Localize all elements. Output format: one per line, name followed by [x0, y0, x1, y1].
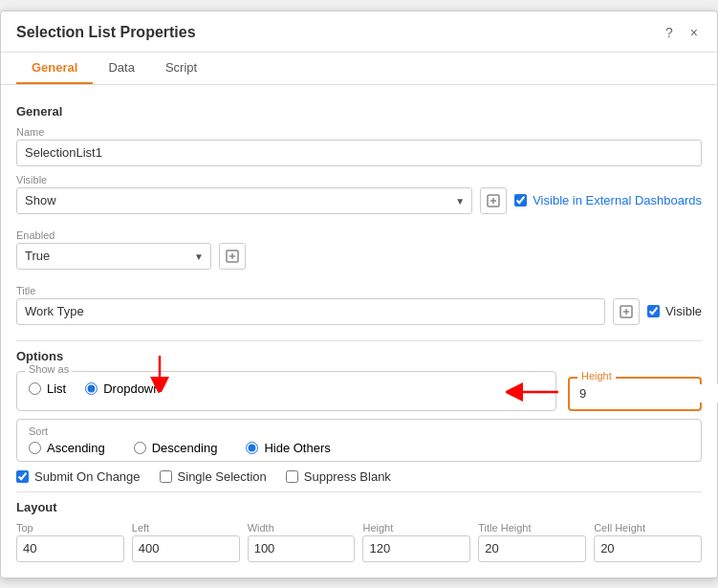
submit-on-change-checkbox-row[interactable]: Submit On Change [16, 469, 141, 484]
general-section-label: General [16, 104, 702, 119]
visible-label: Visible [16, 174, 702, 185]
enabled-field-group: Enabled True False [16, 229, 702, 277]
height-box: Height ▲ ▼ [568, 377, 702, 411]
title-visible-checkbox-row: Visible [647, 304, 702, 318]
layout-cell-height-label: Cell Height [594, 522, 702, 534]
help-button[interactable]: ? [662, 23, 677, 42]
title-visible-label: Visible [665, 304, 702, 318]
dialog: Selection List Properties ? × General Da… [0, 11, 718, 578]
sort-box: Sort Ascending Descending Hide Others [16, 419, 702, 462]
title-edit-icon[interactable] [613, 298, 640, 325]
tab-script[interactable]: Script [150, 53, 212, 84]
submit-on-change-label: Submit On Change [34, 469, 141, 484]
divider-1 [16, 340, 702, 341]
visible-select[interactable]: Show Hide [16, 187, 472, 214]
single-selection-label: Single Selection [178, 469, 267, 484]
sort-hide-others-radio[interactable] [246, 442, 258, 454]
height-box-label: Height [577, 370, 616, 381]
title-visible-checkbox[interactable] [647, 305, 660, 317]
layout-height-input[interactable] [362, 535, 470, 562]
layout-top-input[interactable] [16, 535, 124, 562]
sort-ascending-label: Ascending [47, 441, 105, 455]
layout-title-height-input[interactable] [478, 535, 586, 562]
height-box-wrapper: Height ▲ ▼ [568, 371, 702, 411]
show-as-dropdown-radio[interactable] [85, 382, 98, 395]
layout-title-height-field: Title Height [478, 522, 586, 562]
visible-select-group: Visible Show Hide [16, 174, 702, 214]
suppress-blank-checkbox-row[interactable]: Suppress Blank [286, 469, 391, 484]
single-selection-checkbox[interactable] [160, 470, 172, 483]
sort-radios: Ascending Descending Hide Others [29, 441, 689, 455]
show-as-list-radio[interactable] [29, 382, 41, 395]
name-label: Name [16, 126, 702, 138]
layout-top-label: Top [16, 522, 124, 534]
external-dashboards-checkbox[interactable] [514, 194, 527, 207]
show-as-radio-group: List Dropdown [29, 381, 544, 396]
suppress-blank-checkbox[interactable] [286, 470, 298, 483]
layout-fields: Top Left Width Height Title Height Cell … [16, 522, 702, 562]
tabs-bar: General Data Script [1, 53, 717, 85]
visible-field-group: Visible Show Hide [16, 174, 702, 222]
layout-left-input[interactable] [132, 535, 240, 562]
show-as-list-label: List [47, 381, 66, 396]
show-as-dropdown-label: Dropdown [103, 381, 160, 396]
external-dashboards-checkbox-row: Visible in External Dashboards [514, 193, 702, 207]
checkboxes-row: Submit On Change Single Selection Suppre… [16, 469, 702, 484]
tab-general[interactable]: General [16, 53, 93, 84]
external-dashboards-label: Visible in External Dashboards [533, 193, 702, 207]
name-field-group: Name [16, 126, 702, 166]
show-as-label: Show as [25, 363, 73, 375]
dialog-header: Selection List Properties ? × [1, 11, 717, 53]
dialog-body: General Name Visible Show Hide [1, 85, 717, 577]
layout-section-label: Layout [16, 500, 702, 514]
height-input-row: ▲ ▼ [576, 382, 694, 405]
enabled-select[interactable]: True False [16, 243, 211, 270]
enabled-edit-icon[interactable] [219, 243, 246, 270]
name-input[interactable] [16, 140, 702, 166]
show-as-dropdown-option[interactable]: Dropdown [85, 381, 160, 396]
sort-descending-option[interactable]: Descending [134, 441, 218, 455]
layout-cell-height-field: Cell Height [594, 522, 702, 562]
layout-width-label: Width [248, 522, 356, 534]
layout-left-label: Left [132, 522, 240, 534]
single-selection-checkbox-row[interactable]: Single Selection [160, 469, 267, 484]
layout-width-field: Width [248, 522, 356, 562]
dialog-title: Selection List Properties [16, 24, 196, 41]
layout-width-input[interactable] [248, 535, 356, 562]
sort-hide-others-label: Hide Others [264, 441, 330, 455]
suppress-blank-label: Suppress Blank [304, 469, 391, 484]
title-input[interactable] [16, 298, 605, 325]
layout-height-label: Height [362, 522, 470, 534]
sort-label: Sort [29, 425, 689, 437]
show-as-list-option[interactable]: List [29, 381, 66, 396]
layout-height-field: Height [362, 522, 470, 562]
enabled-select-wrapper: True False [16, 243, 211, 270]
title-label: Title [16, 285, 702, 296]
title-input-group: Title Visible [16, 285, 702, 325]
sort-ascending-radio[interactable] [29, 442, 41, 454]
height-input[interactable] [576, 384, 718, 403]
enabled-label: Enabled [16, 229, 246, 241]
title-field-group: Title Visible [16, 285, 702, 333]
tab-data[interactable]: Data [93, 53, 149, 84]
sort-ascending-option[interactable]: Ascending [29, 441, 105, 455]
visible-select-wrapper: Show Hide [16, 187, 472, 214]
submit-on-change-checkbox[interactable] [16, 470, 29, 483]
layout-left-field: Left [132, 522, 240, 562]
sort-hide-others-option[interactable]: Hide Others [246, 441, 330, 455]
layout-title-height-label: Title Height [478, 522, 586, 534]
visible-edit-icon[interactable] [480, 187, 507, 214]
layout-cell-height-input[interactable] [594, 535, 702, 562]
options-show-as-row: Show as List Dropdown [16, 371, 702, 411]
divider-2 [16, 491, 702, 492]
options-section-label: Options [16, 349, 702, 363]
layout-top-field: Top [16, 522, 124, 562]
header-icons: ? × [662, 23, 702, 42]
show-as-box: Show as List Dropdown [16, 371, 556, 411]
enabled-select-group: Enabled True False [16, 229, 246, 270]
close-button[interactable]: × [686, 23, 702, 42]
sort-descending-radio[interactable] [134, 442, 146, 454]
sort-descending-label: Descending [152, 441, 218, 455]
